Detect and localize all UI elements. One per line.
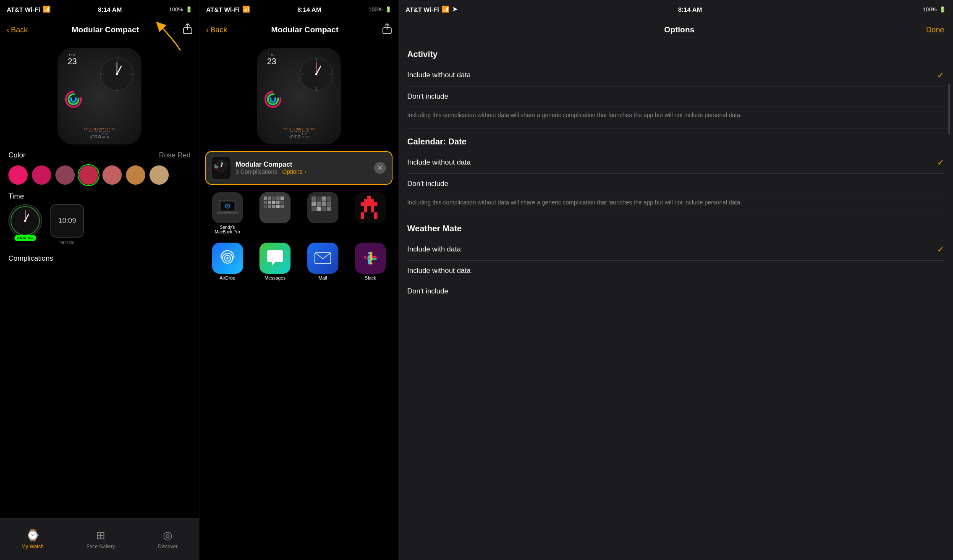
battery-icon-3: 🔋 [939,6,946,13]
activity-option-1-label: Include without data [407,71,471,79]
weather-section: Weather Mate Include with data ✓ Include… [399,215,953,301]
svg-rect-87 [374,202,377,206]
status-right-1: 100% 🔋 [169,6,192,13]
swatch-1[interactable] [8,165,28,185]
swatch-7[interactable] [149,165,169,185]
nav-face-gallery[interactable]: ⊞ Face Gallery [86,529,115,550]
status-left-2: AT&T Wi-Fi 📶 [206,5,250,13]
svg-rect-75 [327,201,331,206]
color-value: Rose Red [159,151,191,160]
app-airdrop[interactable]: AirDrop [205,243,250,280]
svg-rect-100 [364,256,367,259]
swatch-2[interactable] [32,165,51,185]
discover-icon: ◎ [163,529,173,542]
options-done-button[interactable]: Done [926,26,944,34]
svg-rect-79 [367,196,371,199]
panel-1: AT&T Wi-Fi 📶 8:14 AM 100% 🔋 ‹ Back Modul… [0,0,199,560]
battery-icon-2: 🔋 [385,6,392,13]
app-pattern2[interactable] [301,192,345,234]
svg-rect-95 [374,216,377,219]
close-button[interactable]: ✕ [374,162,386,174]
slack-icon [355,243,386,274]
swatch-6[interactable] [126,165,145,185]
battery-1: 100% [169,6,183,13]
svg-rect-106 [370,252,372,261]
swatch-3[interactable] [55,165,75,185]
svg-rect-51 [268,196,271,200]
svg-point-33 [270,97,275,102]
watch-icon: ⌚ [26,529,39,542]
options-content: Activity Include without data ✓ Don't in… [399,41,953,560]
svg-rect-55 [272,201,275,204]
svg-point-32 [268,94,278,105]
calendar-option-2[interactable]: Don't include [407,174,944,194]
weather-option-3[interactable]: Don't include [407,281,944,301]
weather-option-2-label: Include without data [407,267,471,275]
watch-preview-1: FRI 23 [0,41,199,148]
svg-rect-86 [371,202,374,206]
svg-rect-70 [312,201,316,206]
app-mail[interactable]: Mail [301,243,345,280]
app-red-pixel[interactable] [348,192,393,234]
panel-3: AT&T Wi-Fi 📶 ➤ 8:14 AM 100% 🔋 Options Do… [399,0,953,560]
activity-option-1[interactable]: Include without data ✓ [407,64,944,86]
pattern1-icon [259,192,291,223]
weather-option-2[interactable]: Include without data [407,261,944,281]
options-link[interactable]: Options › [282,168,306,175]
svg-rect-94 [361,216,364,219]
face-gallery-label: Face Gallery [86,544,115,550]
complications-count: 3 Complications [236,168,278,175]
svg-point-19 [24,220,26,222]
share-card[interactable]: Modular Compact 3 Complications Options … [205,151,393,185]
activity-option-2[interactable]: Don't include [407,86,944,107]
swatch-5[interactable] [102,165,122,185]
activity-option-2-label: Don't include [407,92,448,101]
app-macbook[interactable]: Sandy'sMacBook Pro [205,192,250,234]
status-bar-3: AT&T Wi-Fi 📶 ➤ 8:14 AM 100% 🔋 [399,0,953,18]
analog-option[interactable]: ANALOG [8,204,42,245]
mail-label: Mail [319,275,327,280]
back-chevron-2: ‹ [206,26,209,34]
app-pattern1[interactable] [253,192,298,234]
svg-rect-68 [322,196,326,201]
color-label: Color [8,151,26,160]
svg-rect-60 [276,196,280,200]
app-messages[interactable]: Messages [253,243,298,280]
options-header: Options Done [399,18,953,41]
nav-discover[interactable]: ◎ Discover [158,529,178,550]
slack-label: Slack [365,275,376,280]
svg-rect-63 [276,205,280,208]
wifi-icon-2: 📶 [242,5,250,13]
watch-face-1: FRI 23 [58,48,141,144]
weather-option-1[interactable]: Include with data ✓ [407,238,944,261]
svg-rect-82 [371,199,374,202]
status-right-3: 100% 🔋 [923,6,946,13]
pattern2-icon [307,192,338,223]
complications-text: Complications [8,254,53,263]
app-slack[interactable]: Slack [348,243,393,280]
back-button-1[interactable]: ‹ Back [7,26,28,34]
share-button-1[interactable] [183,24,192,37]
nav-my-watch[interactable]: ⌚ My Watch [21,529,44,550]
battery-icon-1: 🔋 [186,6,192,13]
svg-rect-66 [312,196,316,201]
status-right-2: 100% 🔋 [369,6,392,13]
svg-point-14 [71,97,76,102]
analog-badge: ANALOG [15,235,36,241]
share-button-2[interactable] [382,24,392,37]
share-card-title: Modular Compact [236,161,369,168]
back-button-2[interactable]: ‹ Back [206,26,227,34]
gallery-icon: ⊞ [96,529,105,542]
color-section-label: Color Rose Red [0,148,199,161]
digital-option[interactable]: 10:09 DIGITAL [50,204,84,245]
svg-point-13 [68,94,79,105]
svg-rect-71 [317,201,321,206]
app-grid-1: Sandy'sMacBook Pro [199,188,398,238]
svg-rect-105 [374,258,377,260]
svg-rect-54 [268,201,271,204]
nav-title-1: Modular Compact [72,25,139,34]
nav-bar-2: ‹ Back Modular Compact [199,18,398,41]
carrier-3: AT&T Wi-Fi [406,6,439,13]
calendar-option-1[interactable]: Include without data ✓ [407,152,944,174]
swatch-4[interactable] [79,165,98,185]
